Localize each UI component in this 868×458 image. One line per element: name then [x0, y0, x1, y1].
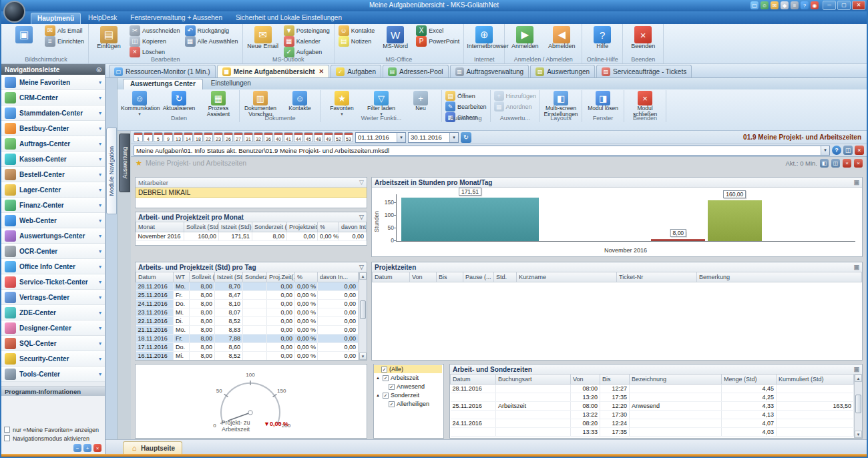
legend-item[interactable]: ✓(Alle) — [374, 365, 442, 373]
document-tab[interactable]: ▥Auftragsverwaltung — [450, 65, 529, 77]
column-header[interactable]: Bezeichnung — [630, 375, 722, 384]
table-row[interactable]: 25.11.2016Arbeitszeit08:0012:20Anwesend4… — [451, 401, 854, 410]
column-header[interactable]: Sonderzeit (... — [252, 222, 287, 232]
column-header[interactable]: Datum — [451, 375, 496, 384]
chevron-down-icon[interactable]: ▾ — [99, 141, 101, 147]
filter-icon[interactable]: ▽ — [359, 179, 364, 186]
calendar-week-button[interactable]: 41 — [284, 132, 293, 142]
scrollbar[interactable]: ▴▾ — [359, 272, 367, 360]
chevron-down-icon[interactable]: ▾ — [99, 110, 101, 116]
chevron-down-icon[interactable]: ▾ — [99, 172, 101, 178]
column-header[interactable]: % — [318, 222, 339, 232]
sidebar-item[interactable]: Auftrags-Center▾ — [1, 136, 105, 152]
ribbon-button[interactable]: ☺Kontakte — [281, 91, 318, 111]
scroll-up-icon[interactable]: ▴ — [855, 375, 862, 382]
date-from-input[interactable]: 01.11.2016 ▾ — [355, 132, 406, 143]
sidebar-item[interactable]: Kassen-Center▾ — [1, 152, 105, 167]
calendar-week-button[interactable]: 49 — [324, 132, 333, 142]
table-row[interactable]: 28.11.2016Mo.8,008,700,000,00 %0,00 — [136, 282, 359, 290]
column-header[interactable]: Std. — [494, 272, 517, 282]
ribbon-button[interactable]: ◨Modul lösen — [584, 91, 622, 111]
table-row[interactable]: 25.11.2016Fr.8,008,470,000,00 %0,00 — [136, 290, 359, 299]
calendar-week-button[interactable]: 1 — [134, 132, 143, 142]
report-path-input[interactable]: Meine Aufgaben\01. Info Status akt. Benu… — [134, 146, 830, 156]
scrollbar-thumb[interactable] — [360, 300, 366, 319]
sidebar-item[interactable]: Finanz-Center▾ — [1, 198, 105, 213]
legend-item[interactable]: ▴✓Arbeitszeit — [374, 374, 442, 382]
ribbon-button[interactable]: ?Hilfe — [585, 25, 620, 50]
ribbon-button[interactable]: ✉Neue Email — [246, 25, 280, 50]
document-tab[interactable]: ✓Aufgaben — [331, 65, 381, 77]
sidebar-item[interactable]: Bestell-Center▾ — [1, 167, 105, 182]
settings-icon[interactable]: ≡ — [791, 1, 799, 9]
chevron-down-icon[interactable]: ▾ — [99, 279, 101, 285]
ribbon-button[interactable]: ▤Notizen — [337, 36, 377, 46]
close-icon[interactable]: × — [93, 444, 101, 452]
layout-icon[interactable]: ◫ — [843, 146, 853, 155]
filter-icon[interactable]: ▽ — [359, 214, 364, 220]
ribbon-button[interactable]: ✓Aufgaben — [282, 47, 331, 57]
calendar-week-button[interactable]: 44 — [294, 132, 303, 142]
sidebar-item[interactable]: Service-Ticket-Center▾ — [1, 274, 105, 290]
close-panel-icon[interactable]: × — [843, 159, 851, 168]
column-header[interactable]: Proj.Zeit(... — [267, 272, 295, 282]
chevron-down-icon[interactable]: ▾ — [99, 371, 101, 377]
help-icon[interactable]: ? — [801, 1, 809, 9]
chevron-down-icon[interactable]: ▾ — [99, 218, 101, 224]
column-header[interactable]: Ticket-Nr — [617, 272, 697, 282]
module-tab[interactable]: Einstellungen — [204, 79, 258, 89]
ribbon-button[interactable]: ▦Kalender — [282, 36, 331, 46]
close-view-icon[interactable]: × — [854, 159, 863, 168]
table-row[interactable]: 24.11.201608:2012:244,07 — [451, 419, 854, 427]
ribbon-button[interactable]: ↶Rückgängig — [184, 25, 240, 35]
chevron-down-icon[interactable]: ▾ — [99, 156, 101, 162]
menu-tab[interactable]: Hauptmenü — [31, 13, 81, 24]
sidebar-collapse-indicator[interactable] — [1, 382, 105, 387]
zoom-in-icon[interactable]: + — [83, 444, 91, 452]
sidebar-item[interactable]: Office Info Center▾ — [1, 259, 105, 274]
help-icon[interactable]: ? — [832, 146, 841, 155]
column-header[interactable]: Datum — [373, 272, 410, 282]
ribbon-button[interactable]: ▤Öffnen — [444, 91, 488, 101]
column-header[interactable]: Kurzname — [517, 272, 617, 282]
calendar-week-button[interactable]: 40 — [274, 132, 283, 142]
column-header[interactable]: Istzeit (Std) — [215, 272, 243, 282]
calendar-week-button[interactable]: 36 — [264, 132, 273, 142]
calendar-week-button[interactable]: 14 — [184, 132, 193, 142]
ribbon-button[interactable]: ▣ — [7, 25, 41, 43]
legend-item[interactable]: ✓Allerheiligen — [374, 400, 442, 408]
ribbon-button[interactable]: WMS-Word — [378, 25, 413, 50]
ribbon-button[interactable]: ◀Abmelden — [544, 25, 579, 50]
date-to-input[interactable]: 30.11.2016 ▾ — [408, 132, 459, 143]
table-row[interactable]: November 2016160,00171,518,000,000,00 %0… — [136, 232, 367, 240]
column-header[interactable]: Von — [571, 375, 600, 384]
filter-icon[interactable]: ▽ — [359, 264, 364, 270]
document-tab[interactable]: ▢Ressourcen-Monitor (1 Min.) — [109, 65, 216, 77]
expand-icon[interactable]: ▣ — [853, 366, 859, 373]
window-layout2-icon[interactable]: ◫ — [831, 159, 840, 168]
chevron-down-icon[interactable]: ▾ — [99, 79, 101, 85]
expander-icon[interactable]: ▴ — [375, 375, 381, 381]
users-icon[interactable]: ☺ — [761, 1, 769, 9]
calendar-week-button[interactable]: 52 — [334, 132, 343, 142]
checkbox-icon[interactable]: ✓ — [389, 401, 395, 407]
chevron-down-icon[interactable]: ▾ — [99, 356, 101, 362]
calendar-week-button[interactable]: 45 — [304, 132, 313, 142]
ribbon-button[interactable]: ▦Anordnen — [493, 101, 538, 111]
chevron-down-icon[interactable]: ▾ — [99, 187, 101, 193]
document-tab[interactable]: ▨Serviceaufträge - Tickets — [596, 65, 692, 77]
calendar-week-button[interactable]: 5 — [154, 132, 163, 142]
sidebar-item[interactable]: Web-Center▾ — [1, 213, 105, 228]
column-header[interactable]: Monat — [136, 222, 184, 232]
sidebar-checkbox[interactable]: Navigationsmodus aktivieren — [1, 434, 105, 443]
ribbon-button[interactable]: ✉Als Email — [43, 25, 85, 35]
checkbox-icon[interactable]: ✓ — [383, 375, 389, 381]
ribbon-button[interactable]: ▤Einfügen — [91, 25, 126, 50]
column-header[interactable]: Sonderz... — [243, 272, 267, 282]
chevron-down-icon[interactable]: ▾ — [99, 248, 101, 254]
ribbon-button[interactable]: ★Favoriten▾ — [323, 91, 361, 117]
chevron-down-icon[interactable]: ▾ — [449, 133, 458, 142]
table-row[interactable]: 17.11.2016Do.8,008,600,000,00 %0,00 — [136, 342, 359, 351]
close-button[interactable]: ✕ — [852, 1, 865, 10]
ribbon-button[interactable]: +Hinzufügen — [493, 91, 538, 101]
